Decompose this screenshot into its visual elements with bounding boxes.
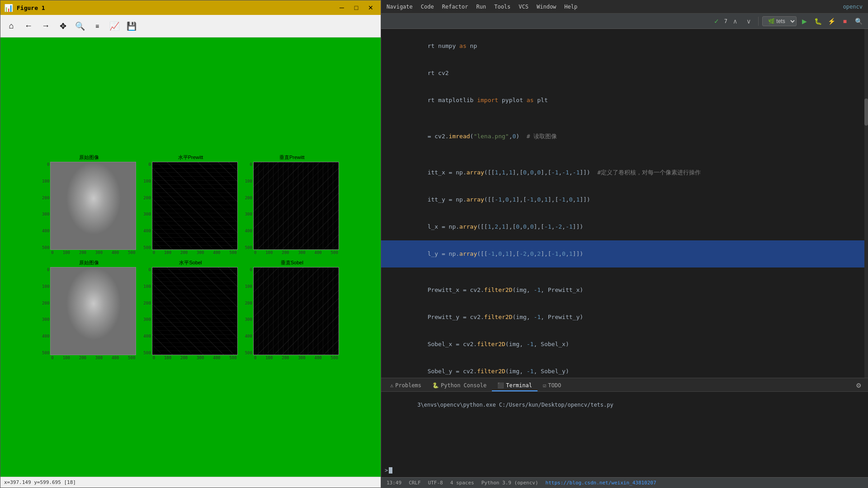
code-line-4 (381, 114, 868, 123)
python-icon: 🐍 (432, 382, 439, 389)
y-axis-3: 0 100 200 300 400 500 (245, 162, 252, 250)
menu-run[interactable]: Run (473, 2, 490, 11)
ide-menubar: Navigate Code Refactor Run Tools VCS Win… (381, 0, 868, 14)
scroll-thumb[interactable] (864, 99, 868, 126)
subplot-title-original-1: 原始图像 (79, 154, 99, 161)
plot-prewitt-v (253, 162, 339, 250)
subplot-title-prewitt-v: 垂直Prewitt (279, 154, 305, 161)
menu-help[interactable]: Help (561, 2, 581, 11)
collapse-button[interactable]: ∨ (743, 15, 755, 27)
subplot-title-sobel-v: 垂直Sobel (281, 259, 303, 266)
plot-sobel-v (253, 267, 339, 355)
config-button[interactable]: ≡ (90, 19, 104, 33)
x-axis-3: 0 100 200 300 400 500 (253, 250, 339, 255)
code-line-5: = cv2.imread("lena.png",0) # 读取图像 (381, 123, 868, 150)
figure-title: Figure 1 (17, 5, 45, 11)
menu-vcs[interactable]: VCS (515, 2, 532, 11)
terminal-icon: ⬛ (497, 382, 504, 389)
zoom-button[interactable]: 🔍 (73, 19, 87, 33)
menu-navigate[interactable]: Navigate (383, 2, 416, 11)
menu-tools[interactable]: Tools (491, 2, 514, 11)
status-python: Python 3.9 (opencv) (481, 480, 538, 486)
subplot-title-original-2: 原始图像 (79, 259, 99, 266)
x-axis-6: 0 100 200 300 400 500 (253, 356, 339, 360)
subplot-prewitt-v: 垂直Prewitt 0 100 200 300 400 500 (245, 154, 339, 255)
ide-toolbar: ✓ 7 ∧ ∨ 🌿 tets ▶ 🐛 ⚡ ■ 🔍 (381, 14, 868, 29)
back-button[interactable]: ← (21, 19, 36, 33)
status-charset: UTF-8 (428, 480, 443, 486)
code-line-1: rt numpy as np (381, 33, 868, 60)
search-everywhere[interactable]: 🔍 (853, 15, 864, 27)
run-button[interactable]: ▶ (798, 15, 810, 27)
project-name: opencv (840, 2, 866, 11)
code-line-8: itt_y = np.array([[-1,0,1],[-1,0,1],[-1,… (381, 186, 868, 213)
y-axis-1: 0 100 200 300 400 500 (42, 162, 49, 250)
branch-selector[interactable]: 🌿 tets (762, 16, 797, 26)
scrollbar[interactable] (864, 29, 868, 378)
expand-button[interactable]: ∧ (729, 15, 741, 27)
code-line-7: itt_x = np.array([[1,1,1],[0,0,0],[-1,-1… (381, 159, 868, 186)
x-axis-4: 0 100 200 300 400 500 (50, 356, 136, 360)
status-link[interactable]: https://blog.csdn.net/weixin_43810207 (546, 480, 656, 486)
status-time: 13:49 (387, 480, 401, 486)
close-button[interactable]: ✕ (364, 3, 377, 12)
code-area: rt numpy as np rt cv2 rt matplotlib impo… (381, 29, 868, 378)
tab-terminal[interactable]: ⬛Terminal (492, 380, 538, 391)
subplot-row-2: 原始图像 0 100 200 300 400 500 (38, 257, 343, 362)
home-button[interactable]: ⌂ (4, 19, 19, 33)
terminal-line-1: 3\envs\opencv\python.exe C:/Users/kun/De… (385, 395, 864, 414)
code-line-9: l_x = np.array([[1,2,1],[0,0,0],[-1,-2,-… (381, 213, 868, 240)
ide-window: Navigate Code Refactor Run Tools VCS Win… (381, 0, 868, 488)
terminal-area: 3\envs\opencv\python.exe C:/Users/kun/De… (381, 392, 868, 477)
menu-code[interactable]: Code (417, 2, 438, 11)
x-axis-1: 0 100 200 300 400 500 (50, 250, 136, 255)
y-axis-5: 0 100 200 300 400 500 (143, 267, 151, 355)
forward-button[interactable]: → (38, 19, 53, 33)
ide-bottom: ⚠Problems 🐍Python Console ⬛Terminal ☑TOD… (381, 378, 868, 477)
status-spaces: 4 spaces (450, 480, 474, 486)
subplot-title-sobel-h: 水平Sobel (179, 259, 202, 266)
code-line-11 (381, 267, 868, 277)
stop-button[interactable]: ■ (839, 15, 851, 27)
terminal-cursor (389, 467, 392, 474)
tab-python-console[interactable]: 🐍Python Console (427, 380, 492, 391)
menu-refactor[interactable]: Refactor (439, 2, 472, 11)
y-axis-6: 0 100 200 300 400 500 (245, 267, 252, 355)
menu-window[interactable]: Window (533, 2, 560, 11)
run-with-coverage[interactable]: ⚡ (826, 15, 837, 27)
bottom-tabs: ⚠Problems 🐍Python Console ⬛Terminal ☑TOD… (381, 378, 868, 392)
figure-status-text: x=397.149 y=599.695 [18] (4, 479, 76, 485)
code-line-15: Sobel_y = cv2.filter2D(img, -1, Sobel_y) (381, 358, 868, 378)
x-axis-5: 0 100 200 300 400 500 (152, 356, 238, 360)
maximize-button[interactable]: □ (350, 3, 363, 12)
subplot-title-prewitt-h: 水平Prewitt (178, 154, 203, 161)
subplot-sobel-h: 水平Sobel 0 100 200 300 400 500 (143, 259, 237, 360)
x-axis-2: 0 100 200 300 400 500 (152, 250, 238, 255)
subplot-original-2: 原始图像 0 100 200 300 400 500 (42, 259, 136, 360)
y-axis-2: 0 100 200 300 400 500 (143, 162, 151, 250)
window-controls: ─ □ ✕ (335, 3, 377, 12)
terminal-content: 3\envs\opencv\python.exe C:/Users/kun/De… (385, 395, 864, 467)
figure-statusbar: x=397.149 y=599.695 [18] (0, 477, 381, 488)
pan-button[interactable]: ✥ (56, 19, 70, 33)
tab-problems[interactable]: ⚠Problems (385, 380, 427, 391)
status-encoding: CRLF (409, 480, 421, 486)
checkmark-button[interactable]: ✓ (711, 15, 722, 27)
settings-button[interactable]: ⚙ (853, 380, 864, 391)
save-button[interactable]: 💾 (124, 19, 139, 33)
subplot-sobel-v: 垂直Sobel 0 100 200 300 400 500 (245, 259, 339, 360)
debug-button[interactable]: 🐛 (812, 15, 824, 27)
code-line-14: Sobel_x = cv2.filter2D(img, -1, Sobel_x) (381, 331, 868, 358)
subplot-original-1: 原始图像 0 100 200 300 400 500 (42, 154, 136, 255)
problems-icon: ⚠ (390, 382, 393, 389)
plot-sobel-h (152, 267, 238, 355)
figure-window: 📊 Figure 1 ─ □ ✕ ⌂ ← → ✥ 🔍 ≡ 📈 💾 原始图像 0 (0, 0, 381, 488)
minimize-button[interactable]: ─ (335, 3, 348, 12)
lines-button[interactable]: 📈 (107, 19, 122, 33)
code-line-13: Prewitt_y = cv2.filter2D(img, -1, Prewit… (381, 304, 868, 331)
terminal-prompt: > (385, 467, 388, 474)
tab-todo[interactable]: ☑TODO (538, 380, 566, 391)
code-line-12: Prewitt_x = cv2.filter2D(img, -1, Prewit… (381, 277, 868, 304)
ide-statusbar: 13:49 CRLF UTF-8 4 spaces Python 3.9 (op… (381, 477, 868, 488)
figure-canvas: 原始图像 0 100 200 300 400 500 (0, 38, 381, 477)
